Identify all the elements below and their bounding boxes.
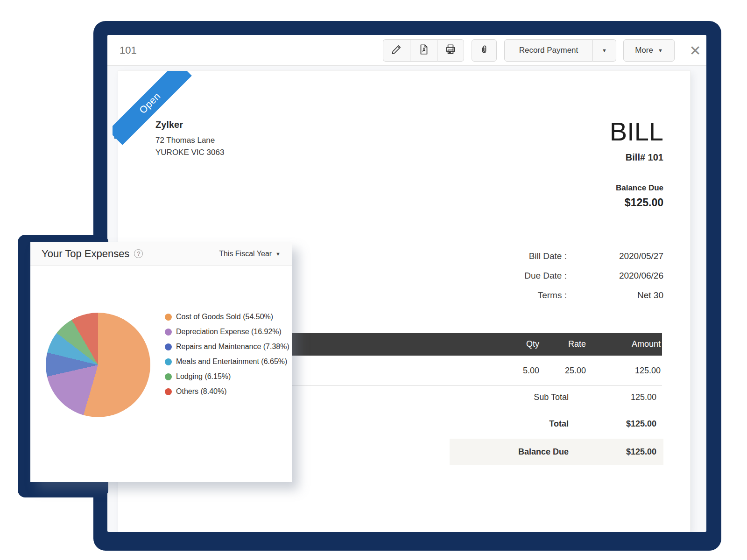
sub-total-row: Sub Total 125.00 bbox=[450, 390, 663, 404]
printer-icon bbox=[444, 43, 457, 58]
rate-cell: 25.00 bbox=[544, 356, 586, 385]
legend-item: Lodging (6.15%) bbox=[165, 371, 289, 382]
bill-header: BILL Bill# 101 Balance Due $125.00 bbox=[610, 118, 663, 209]
chevron-down-icon: ▼ bbox=[658, 48, 663, 53]
balance-due-label: Balance Due bbox=[610, 183, 663, 193]
period-selector[interactable]: This Fiscal Year ▼ bbox=[219, 250, 281, 258]
due-date-row: Due Date : 2020/06/26 bbox=[455, 271, 663, 281]
pencil-icon bbox=[391, 43, 403, 58]
edit-button[interactable] bbox=[383, 39, 410, 62]
balance-due-row: Balance Due $125.00 bbox=[450, 439, 663, 465]
help-icon[interactable]: ? bbox=[134, 249, 143, 258]
record-payment-label: Record Payment bbox=[519, 46, 578, 55]
legend-dot-icon bbox=[165, 314, 172, 321]
close-icon: ✕ bbox=[689, 42, 701, 59]
rate-column-header: Rate bbox=[544, 333, 586, 356]
totals-section: Sub Total 125.00 Total $125.00 Balance D… bbox=[450, 390, 663, 465]
qty-cell: 5.00 bbox=[483, 356, 539, 385]
terms-label: Terms : bbox=[455, 290, 567, 301]
sub-total-label: Sub Total bbox=[450, 392, 569, 402]
attachment-button[interactable] bbox=[472, 39, 497, 62]
sub-total-value: 125.00 bbox=[569, 392, 663, 402]
bill-number: Bill# 101 bbox=[610, 152, 663, 163]
legend-label: Depreciation Expense (16.92%) bbox=[176, 328, 282, 336]
bill-date-row: Bill Date : 2020/05/27 bbox=[455, 251, 663, 261]
expenses-legend: Cost of Goods Sold (54.50%) Depreciation… bbox=[165, 312, 289, 401]
top-expenses-card: Your Top Expenses ? This Fiscal Year ▼ C… bbox=[30, 242, 292, 482]
legend-dot-icon bbox=[165, 388, 172, 395]
legend-item: Cost of Goods Sold (54.50%) bbox=[165, 312, 289, 322]
more-label: More bbox=[635, 46, 653, 55]
vendor-name: Zylker bbox=[155, 119, 224, 130]
print-button[interactable] bbox=[437, 39, 464, 62]
export-pdf-button[interactable] bbox=[410, 39, 437, 62]
vendor-address-line1: 72 Thomas Lane bbox=[155, 134, 224, 147]
bill-date-value: 2020/05/27 bbox=[567, 251, 663, 261]
chevron-down-icon: ▼ bbox=[275, 251, 281, 257]
expenses-pie-chart bbox=[46, 313, 150, 417]
terms-value: Net 30 bbox=[567, 290, 663, 301]
toolbar: 101 bbox=[107, 35, 706, 66]
record-payment-button[interactable]: Record Payment bbox=[504, 39, 593, 62]
legend-label: Repairs and Maintenance (7.38%) bbox=[176, 343, 289, 351]
balance-due-value: $125.00 bbox=[610, 196, 663, 209]
due-date-label: Due Date : bbox=[455, 271, 567, 281]
period-label: This Fiscal Year bbox=[219, 250, 272, 258]
vendor-address-line2: YUROKE VIC 3063 bbox=[155, 147, 224, 159]
terms-row: Terms : Net 30 bbox=[455, 290, 663, 301]
legend-item: Repairs and Maintenance (7.38%) bbox=[165, 342, 289, 352]
legend-item: Others (8.40%) bbox=[165, 386, 289, 397]
balance-due-row-value: $125.00 bbox=[569, 447, 663, 457]
chevron-down-icon: ▼ bbox=[602, 48, 607, 53]
total-label: Total bbox=[450, 419, 569, 429]
legend-dot-icon bbox=[165, 373, 172, 380]
legend-label: Others (8.40%) bbox=[176, 387, 226, 396]
amount-cell: 125.00 bbox=[595, 356, 661, 385]
bill-meta: Bill Date : 2020/05/27 Due Date : 2020/0… bbox=[455, 251, 663, 310]
document-type-title: BILL bbox=[610, 118, 663, 146]
bill-date-label: Bill Date : bbox=[455, 251, 567, 261]
more-button[interactable]: More ▼ bbox=[623, 39, 675, 62]
document-actions-group bbox=[383, 39, 464, 62]
pdf-icon bbox=[418, 43, 430, 58]
legend-label: Cost of Goods Sold (54.50%) bbox=[176, 313, 273, 321]
paperclip-icon bbox=[479, 44, 490, 57]
document-number: 101 bbox=[120, 44, 137, 56]
expenses-title: Your Top Expenses bbox=[42, 248, 129, 260]
legend-item: Meals and Entertainment (6.65%) bbox=[165, 357, 289, 367]
legend-item: Depreciation Expense (16.92%) bbox=[165, 327, 289, 337]
record-payment-dropdown-button[interactable]: ▼ bbox=[593, 39, 616, 62]
balance-due-row-label: Balance Due bbox=[450, 447, 569, 457]
legend-label: Lodging (6.15%) bbox=[176, 372, 231, 381]
due-date-value: 2020/06/26 bbox=[567, 271, 663, 281]
legend-dot-icon bbox=[165, 343, 172, 350]
legend-label: Meals and Entertainment (6.65%) bbox=[176, 357, 287, 366]
qty-column-header: Qty bbox=[483, 333, 539, 356]
close-button[interactable]: ✕ bbox=[685, 41, 705, 60]
legend-dot-icon bbox=[165, 358, 172, 365]
legend-dot-icon bbox=[165, 329, 172, 336]
vendor-block: Zylker 72 Thomas Lane YUROKE VIC 3063 bbox=[155, 119, 224, 159]
total-value: $125.00 bbox=[569, 419, 663, 429]
amount-column-header: Amount bbox=[595, 333, 661, 356]
expenses-card-header: Your Top Expenses ? This Fiscal Year ▼ bbox=[30, 242, 292, 266]
total-row: Total $125.00 bbox=[450, 417, 663, 431]
